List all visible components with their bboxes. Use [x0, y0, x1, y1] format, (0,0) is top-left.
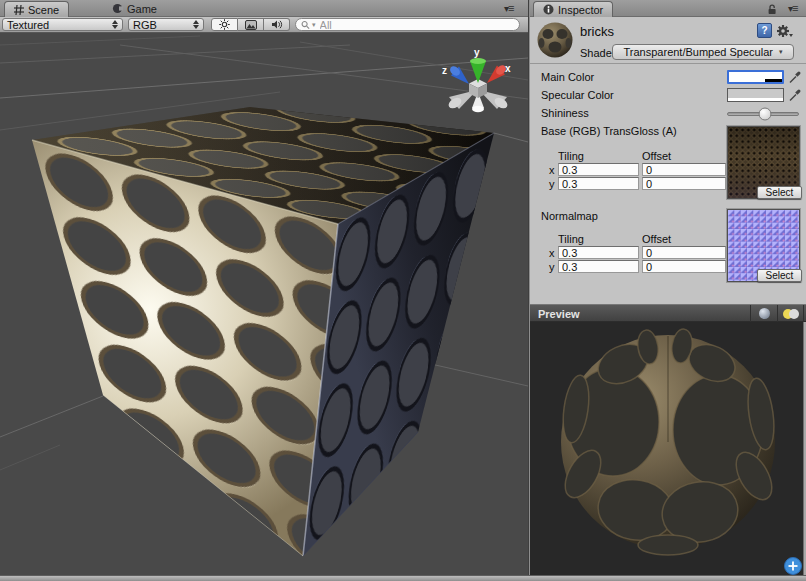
- tab-game[interactable]: Game: [112, 1, 157, 16]
- shader-label: Shader: [580, 47, 615, 59]
- preview-lighting-button[interactable]: [777, 305, 804, 322]
- inspector-panel: Inspector ▾≡: [530, 0, 806, 575]
- audio-toggle-button[interactable]: [264, 18, 290, 31]
- base-x-label: x: [549, 164, 555, 176]
- main-color-swatch[interactable]: [727, 70, 784, 84]
- base-tiling-x-input[interactable]: [558, 163, 639, 176]
- channel-mode-dropdown[interactable]: RGB: [128, 18, 204, 31]
- inspector-tabbar: Inspector ▾≡: [530, 0, 806, 17]
- gizmo-z-label: z: [442, 65, 447, 76]
- alpha-bar-remainder: [765, 79, 782, 82]
- scene-search-field[interactable]: ▾: [295, 18, 520, 31]
- normal-tiling-y-input[interactable]: [558, 260, 639, 273]
- normal-map-select-button[interactable]: Select: [757, 269, 802, 282]
- shininess-slider[interactable]: [727, 112, 799, 116]
- normal-x-label: x: [549, 247, 555, 259]
- sun-icon: [219, 19, 230, 30]
- light-toggle-icon: [783, 309, 799, 319]
- specular-color-label: Specular Color: [541, 89, 614, 101]
- help-icon[interactable]: ?: [757, 23, 772, 38]
- base-offset-y-input[interactable]: [642, 177, 726, 190]
- skybox-toggle-button[interactable]: [238, 18, 264, 31]
- base-map-select-button[interactable]: Select: [757, 186, 802, 199]
- scene-toolbar: Textured RGB: [0, 17, 528, 33]
- scene-panel-menu-icon[interactable]: ▾≡: [504, 3, 513, 14]
- base-y-label: y: [549, 178, 555, 190]
- specular-color-swatch[interactable]: [727, 88, 784, 102]
- render-mode-value: Textured: [7, 19, 49, 31]
- material-name: bricks: [580, 24, 614, 39]
- normal-y-label: y: [549, 261, 555, 273]
- game-icon: [112, 3, 123, 14]
- normal-offset-y-input[interactable]: [642, 260, 726, 273]
- inspector-panel-menu-icon[interactable]: ▾≡: [788, 3, 797, 14]
- search-filter-arrow-icon: ▾: [312, 21, 316, 29]
- preview-title: Preview: [538, 308, 580, 320]
- alpha-bar: [729, 79, 765, 82]
- image-icon: [245, 20, 257, 30]
- preview-header[interactable]: Preview: [530, 304, 806, 322]
- tab-scene-label: Scene: [28, 4, 59, 16]
- base-map-label: Base (RGB) TransGloss (A): [541, 125, 677, 137]
- material-preview[interactable]: [530, 322, 803, 575]
- dropdown-arrows-icon: [193, 20, 199, 29]
- unity-editor-window: Scene Game ▾≡ Textured RGB: [0, 0, 806, 581]
- scene-viewport[interactable]: y x z: [0, 33, 528, 575]
- scene-tabbar: Scene Game ▾≡: [0, 0, 528, 17]
- base-tiling-y-input[interactable]: [558, 177, 639, 190]
- base-offset-x-input[interactable]: [642, 163, 726, 176]
- tab-inspector[interactable]: Inspector: [533, 1, 613, 17]
- material-header: bricks Shader Transparent/Bumped Specula…: [530, 17, 806, 64]
- dropdown-arrows-icon: [112, 20, 118, 29]
- shader-value: Transparent/Bumped Specular: [624, 46, 773, 58]
- lock-icon[interactable]: [766, 3, 778, 15]
- normal-tiling-header: Tiling: [558, 233, 584, 245]
- eyedropper-icon[interactable]: [788, 70, 802, 84]
- normal-map-label: Normalmap: [541, 210, 598, 222]
- normal-offset-x-input[interactable]: [642, 246, 726, 259]
- search-input[interactable]: [318, 18, 514, 32]
- normal-tiling-x-input[interactable]: [558, 246, 639, 259]
- base-offset-header: Offset: [642, 150, 671, 162]
- tab-scene[interactable]: Scene: [4, 1, 69, 17]
- info-icon: [543, 4, 554, 15]
- gear-icon[interactable]: [776, 23, 794, 39]
- speaker-icon: [271, 19, 283, 30]
- eyedropper-icon[interactable]: [788, 88, 802, 102]
- gizmo-x-label: x: [505, 63, 511, 74]
- tab-game-label: Game: [127, 3, 157, 15]
- preview-shape-button[interactable]: [750, 305, 777, 322]
- lighting-toggle-button[interactable]: [211, 18, 238, 31]
- shininess-label: Shininess: [541, 107, 589, 119]
- shininess-slider-thumb[interactable]: [759, 108, 772, 121]
- gizmo-y-label: y: [474, 47, 480, 58]
- select-button-label: Select: [766, 187, 794, 198]
- search-icon: [301, 20, 310, 30]
- scene-panel: Scene Game ▾≡ Textured RGB: [0, 0, 528, 575]
- material-ball-icon: [536, 21, 574, 59]
- main-color-label: Main Color: [541, 71, 594, 83]
- channel-mode-value: RGB: [133, 19, 157, 31]
- tab-inspector-label: Inspector: [558, 4, 603, 16]
- select-button-label: Select: [766, 270, 794, 281]
- sphere-toggle-icon: [759, 308, 770, 319]
- render-mode-dropdown[interactable]: Textured: [2, 18, 123, 31]
- shader-dropdown[interactable]: Transparent/Bumped Specular ▾: [612, 44, 794, 60]
- dropdown-arrow-icon: ▾: [779, 48, 783, 56]
- window-bottom-strip: [0, 575, 806, 581]
- normal-offset-header: Offset: [642, 233, 671, 245]
- alpha-bar: [728, 98, 783, 101]
- add-preview-button[interactable]: [785, 558, 802, 575]
- scene-grid-icon: [14, 5, 24, 15]
- base-tiling-header: Tiling: [558, 150, 584, 162]
